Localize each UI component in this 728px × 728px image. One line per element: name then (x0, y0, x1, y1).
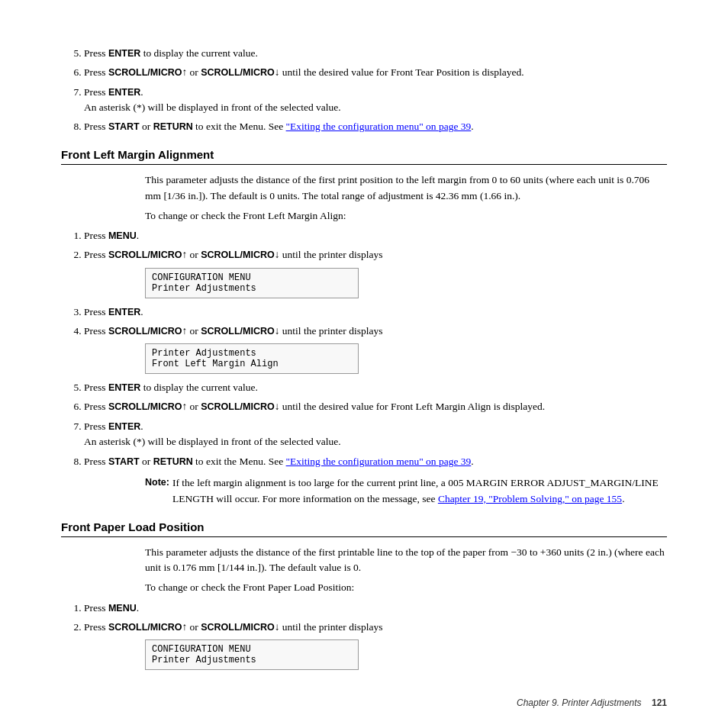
step-list-continuation: Press ENTER to display the current value… (84, 46, 667, 134)
down-arrow-1: ↓ (275, 66, 280, 78)
up-arrow-flma-1: ↑ (182, 249, 187, 260)
front-paper-load-section: Front Paper Load Position This parameter… (61, 520, 667, 670)
flma-step-2: Press SCROLL/MICRO↑ or SCROLL/MICRO↓ unt… (84, 247, 667, 263)
note-label: Note: (145, 475, 169, 507)
asterisk-note-1: An asterisk (*) will be displayed in fro… (84, 100, 667, 115)
flma-step-8: Press START or RETURN to exit the Menu. … (84, 454, 667, 469)
step-8-cont: Press START or RETURN to exit the Menu. … (84, 119, 667, 134)
step-7-cont: Press ENTER. An asterisk (*) will be dis… (84, 85, 667, 116)
enter-bold-flma-2: ENTER (108, 382, 140, 393)
exiting-link-2[interactable]: "Exiting the configuration menu" on page… (286, 456, 472, 467)
flma-step-3: Press ENTER. (84, 304, 667, 320)
flma-step-list-2: Press ENTER. Press SCROLL/MICRO↑ or SCRO… (84, 304, 667, 340)
fplp-step-list: Press MENU. Press SCROLL/MICRO↑ or SCROL… (84, 601, 667, 636)
up-arrow-1: ↑ (182, 66, 187, 78)
up-arrow-flma-2: ↑ (182, 325, 187, 337)
front-left-margin-desc: This parameter adjusts the distance of t… (145, 172, 667, 224)
front-paper-load-heading: Front Paper Load Position (61, 520, 667, 537)
continuation-section: Press ENTER to display the current value… (61, 46, 667, 134)
asterisk-note-2: An asterisk (*) will be displayed in fro… (84, 434, 667, 449)
scroll-up-bold-1: SCROLL/MICRO (108, 67, 182, 78)
fplp-step-1: Press MENU. (84, 601, 667, 616)
flma-step-1: Press MENU. (84, 228, 667, 243)
scroll-up-flma-1: SCROLL/MICRO (108, 250, 182, 260)
flma-step-6: Press SCROLL/MICRO↑ or SCROLL/MICRO↓ unt… (84, 399, 667, 414)
flma-desc-2: To change or check the Front Left Margin… (145, 208, 667, 224)
scroll-down-bold-1: SCROLL/MICRO (201, 67, 275, 78)
up-arrow-fplp: ↑ (182, 621, 187, 633)
step-6-cont: Press SCROLL/MICRO↑ or SCROLL/MICRO↓ unt… (84, 65, 667, 80)
note-text: If the left margin alignment is too larg… (172, 475, 667, 507)
scroll-up-flma-2: SCROLL/MICRO (108, 326, 182, 337)
enter-bold-flma-3: ENTER (108, 421, 140, 432)
enter-bold-2: ENTER (108, 87, 140, 98)
return-bold-flma: RETURN (153, 456, 193, 467)
chapter-19-link[interactable]: Chapter 19, "Problem Solving," on page 1… (438, 493, 622, 504)
return-bold-1: RETURN (153, 121, 193, 132)
screen-box-3: CONFIGURATION MENUPrinter Adjustments (145, 639, 359, 670)
screen-box-1: CONFIGURATION MENUPrinter Adjustments (145, 268, 359, 298)
flma-step-4: Press SCROLL/MICRO↑ or SCROLL/MICRO↓ unt… (84, 324, 667, 339)
scroll-down-flma-1: SCROLL/MICRO (201, 250, 275, 260)
page-footer: Chapter 9. Printer Adjustments 121 (517, 697, 667, 708)
scroll-down-flma-3: SCROLL/MICRO (201, 401, 275, 412)
step-5-cont: Press ENTER to display the current value… (84, 46, 667, 61)
front-left-margin-heading: Front Left Margin Alignment (61, 148, 667, 165)
footer-page: 121 (652, 697, 667, 708)
down-arrow-fplp: ↓ (275, 621, 280, 633)
start-bold-1: START (108, 121, 140, 132)
page: Press ENTER to display the current value… (0, 0, 728, 728)
scroll-down-fplp: SCROLL/MICRO (201, 622, 275, 633)
flma-step-7-sub: An asterisk (*) will be displayed in fro… (84, 434, 667, 449)
start-bold-flma: START (108, 456, 140, 467)
up-arrow-flma-3: ↑ (182, 401, 187, 412)
enter-bold: ENTER (108, 48, 140, 59)
down-arrow-flma-3: ↓ (275, 401, 280, 412)
flma-desc-1: This parameter adjusts the distance of t… (145, 172, 667, 204)
exiting-link-1[interactable]: "Exiting the configuration menu" on page… (286, 121, 472, 132)
flma-step-5: Press ENTER to display the current value… (84, 380, 667, 395)
menu-bold-1: MENU (108, 230, 137, 241)
front-paper-load-desc: This parameter adjusts the distance of t… (145, 545, 667, 596)
down-arrow-flma-2: ↓ (275, 325, 280, 337)
front-left-margin-section: Front Left Margin Alignment This paramet… (61, 148, 667, 507)
flma-step-list-3: Press ENTER to display the current value… (84, 380, 667, 469)
flma-step-7: Press ENTER. An asterisk (*) will be dis… (84, 419, 667, 450)
down-arrow-flma-1: ↓ (275, 249, 280, 260)
screen-box-2: Printer AdjustmentsFront Left Margin Ali… (145, 343, 359, 374)
scroll-up-fplp: SCROLL/MICRO (108, 622, 182, 633)
note-block-flma: Note: If the left margin alignment is to… (145, 475, 667, 507)
step-7-sub: An asterisk (*) will be displayed in fro… (84, 100, 667, 115)
fplp-step-2: Press SCROLL/MICRO↑ or SCROLL/MICRO↓ unt… (84, 620, 667, 635)
scroll-up-flma-3: SCROLL/MICRO (108, 401, 182, 412)
scroll-down-flma-2: SCROLL/MICRO (201, 326, 275, 337)
fplp-desc-1: This parameter adjusts the distance of t… (145, 545, 667, 576)
footer-chapter: Chapter 9. Printer Adjustments (517, 697, 642, 708)
fplp-desc-2: To change or check the Front Paper Load … (145, 580, 667, 595)
enter-bold-flma-1: ENTER (108, 307, 140, 317)
flma-step-list-1: Press MENU. Press SCROLL/MICRO↑ or SCROL… (84, 228, 667, 263)
menu-bold-2: MENU (108, 603, 137, 614)
